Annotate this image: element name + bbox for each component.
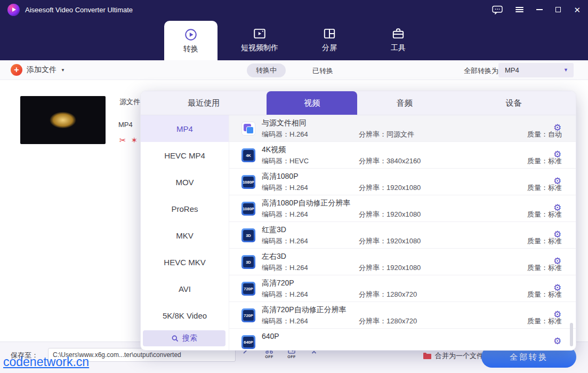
settings-gear-icon[interactable]: ⚙ [553, 176, 561, 187]
format-badge-icon: 4K [241, 148, 255, 162]
format-resolution: 分辨率：1280x720 [359, 316, 417, 326]
source-file-label: 源文件 [119, 97, 140, 107]
format-resolution: 分辨率：1920x1080 [359, 263, 421, 273]
feedback-icon[interactable] [492, 5, 503, 14]
tab-video[interactable]: 视频 [267, 91, 357, 115]
format-picker-popup: 最近使用 视频 音频 设备 MP4 HEVC MP4 MOV ProRes MK… [140, 91, 576, 351]
merge-into-one-file-option[interactable]: 合并为一个文件 [423, 351, 484, 361]
settings-gear-icon[interactable]: ⚙ [553, 309, 561, 320]
format-encoder: 编码器：H.264 [262, 183, 308, 193]
sidebar-item-avi[interactable]: AVI [141, 275, 229, 302]
merge-label: 合并为一个文件 [435, 351, 484, 361]
sidebar-item-prores[interactable]: ProRes [141, 195, 229, 222]
output-format-select[interactable]: MP4 ▼ [498, 63, 574, 77]
nav-tab-convert[interactable]: 转换 [164, 21, 218, 60]
tab-audio[interactable]: 音频 [357, 91, 452, 115]
format-encoder: 编码器：H.264 [262, 210, 308, 219]
format-badge-icon: 3D [241, 228, 255, 242]
chevron-down-icon[interactable]: ▼ [61, 68, 65, 73]
format-row-same-as-source[interactable]: 与源文件相同 编码器：H.264 分辨率：同源文件 质量：自动 ⚙ [229, 115, 576, 142]
effect-icon[interactable]: ✶ [131, 136, 138, 145]
merge-file-icon [423, 352, 431, 360]
menu-icon[interactable] [515, 6, 523, 13]
sidebar-item-hevc-mkv[interactable]: HEVC MKV [141, 249, 229, 275]
format-row-1080p[interactable]: 1080P 高清1080P 编码器：H.264 分辨率：1920x1080 质量… [229, 169, 576, 195]
format-title: 640P [262, 332, 279, 340]
titlebar: Aiseesoft Video Converter Ultimate ✕ [0, 0, 588, 19]
sidebar-item-mkv[interactable]: MKV [141, 222, 229, 249]
settings-gear-icon[interactable]: ⚙ [553, 122, 561, 133]
format-encoder: 编码器：H.264 [262, 316, 308, 326]
tab-converted[interactable]: 已转换 [312, 66, 333, 76]
same-as-source-icon [241, 122, 255, 136]
settings-gear-icon[interactable]: ⚙ [553, 336, 561, 347]
short-video-icon [253, 27, 267, 41]
cut-icon[interactable]: ✂ [119, 136, 126, 145]
format-resolution: 分辨率：1920x1080 [359, 236, 421, 246]
format-row-4k[interactable]: 4K 4K视频 编码器：HEVC 分辨率：3840x2160 质量：标准 ⚙ [229, 142, 576, 169]
format-row-720p[interactable]: 720P 高清720P 编码器：H.264 分辨率：1280x720 质量：标准… [229, 275, 576, 302]
file-flags: ✂ ✶ [119, 136, 138, 145]
format-title: 高清1080P [262, 172, 298, 181]
app-window: Aiseesoft Video Converter Ultimate ✕ [0, 0, 588, 373]
format-row-anaglyph-3d[interactable]: 3D 红蓝3D 编码器：H.264 分辨率：1920x1080 质量：标准 ⚙ [229, 222, 576, 249]
convert-icon [184, 28, 198, 42]
nav-tab-label: 分屏 [322, 43, 337, 53]
format-row-1080p-auto[interactable]: 1080P 高清1080P自动修正分辨率 编码器：H.264 分辨率：1920x… [229, 195, 576, 222]
format-badge-icon: 720P [241, 308, 255, 322]
add-file-label: 添加文件 [27, 65, 57, 75]
nav-tab-label: 短视频制作 [241, 43, 278, 53]
split-screen-icon [323, 27, 336, 41]
tab-device[interactable]: 设备 [452, 91, 576, 115]
chevron-down-icon: ▼ [563, 67, 568, 73]
add-file-button[interactable]: + 添加文件 ▼ [11, 64, 65, 76]
toolbox-icon [391, 27, 405, 41]
nav-tab-split-screen[interactable]: 分屏 [308, 19, 351, 60]
settings-gear-icon[interactable]: ⚙ [553, 282, 561, 293]
toolbar: + 添加文件 ▼ 转换中 已转换 全部转换为： MP4 ▼ [0, 60, 588, 80]
app-title: Aiseesoft Video Converter Ultimate [25, 6, 133, 14]
maximize-button[interactable] [555, 7, 561, 12]
format-title: 左右3D [262, 252, 286, 261]
settings-gear-icon[interactable]: ⚙ [553, 256, 561, 267]
format-badge-icon: 3D [241, 255, 255, 269]
app-logo-icon [7, 4, 20, 16]
format-resolution: 分辨率：1920x1080 [359, 210, 421, 219]
close-button[interactable]: ✕ [574, 6, 581, 14]
tab-converting[interactable]: 转换中 [247, 64, 286, 77]
settings-gear-icon[interactable]: ⚙ [553, 229, 561, 240]
format-title: 高清720P [262, 279, 294, 288]
settings-gear-icon[interactable]: ⚙ [553, 149, 561, 160]
nav-tab-short-video[interactable]: 短视频制作 [229, 19, 290, 60]
search-button[interactable]: 搜索 [143, 330, 225, 346]
sidebar-item-mov[interactable]: MOV [141, 169, 229, 195]
format-title: 4K视频 [262, 145, 286, 155]
format-title: 高清1080P自动修正分辨率 [262, 199, 350, 208]
sidebar-item-mp4[interactable]: MP4 [141, 115, 229, 142]
thumbnail-image [46, 109, 80, 131]
scrollbar-thumb[interactable] [570, 323, 573, 346]
format-title: 高清720P自动修正分辨率 [262, 305, 347, 315]
output-format-value: MP4 [505, 66, 519, 74]
nav-tab-label: 工具 [391, 43, 406, 53]
nav-tab-tools[interactable]: 工具 [375, 19, 421, 60]
format-row-640p[interactable]: 640P 640P ⚙ [229, 329, 576, 351]
format-title: 与源文件相同 [262, 118, 307, 128]
format-sidebar: MP4 HEVC MP4 MOV ProRes MKV HEVC MKV AVI… [141, 115, 229, 351]
format-row-720p-auto[interactable]: 720P 高清720P自动修正分辨率 编码器：H.264 分辨率：1280x72… [229, 302, 576, 329]
format-resolution: 分辨率：1920x1080 [359, 183, 421, 193]
video-thumbnail [20, 96, 106, 144]
format-list: 与源文件相同 编码器：H.264 分辨率：同源文件 质量：自动 ⚙ 4K 4K视… [229, 115, 576, 351]
sidebar-item-5k8k-video[interactable]: 5K/8K Video [141, 302, 229, 329]
format-encoder: 编码器：H.264 [262, 130, 308, 139]
tab-recent[interactable]: 最近使用 [141, 91, 267, 115]
settings-gear-icon[interactable]: ⚙ [553, 202, 561, 213]
format-row-sbs-3d[interactable]: 3D 左右3D 编码器：H.264 分辨率：1920x1080 质量：标准 ⚙ [229, 249, 576, 275]
search-label: 搜索 [182, 334, 197, 343]
off-badge: OFF [287, 355, 296, 359]
format-resolution: 分辨率：同源文件 [359, 130, 414, 139]
format-title: 红蓝3D [262, 225, 286, 235]
sidebar-item-hevc-mp4[interactable]: HEVC MP4 [141, 142, 229, 169]
nav-tab-label: 转换 [183, 44, 198, 54]
minimize-button[interactable] [536, 9, 543, 10]
